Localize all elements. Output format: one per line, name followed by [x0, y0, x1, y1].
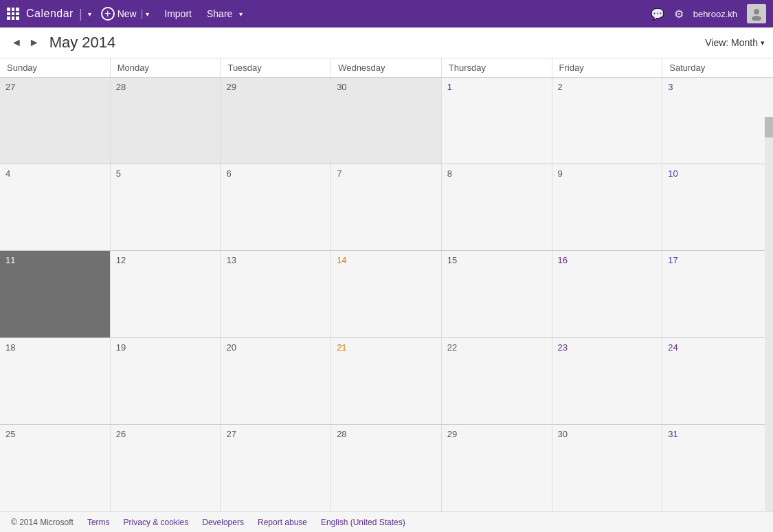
day-number: 2	[558, 82, 563, 92]
week-row-5: 25262728293031	[0, 425, 773, 511]
day-cell-18[interactable]: 18	[0, 338, 111, 424]
new-dropdown-separator: |	[141, 8, 144, 19]
header-right: 💬 ⚙ behrooz.kh	[651, 4, 766, 23]
day-number: 16	[558, 255, 568, 265]
svg-point-1	[752, 16, 761, 21]
day-cell-19[interactable]: 19	[111, 338, 221, 424]
day-cell-9[interactable]: 9	[552, 164, 663, 250]
share-dropdown-arrow[interactable]: ▾	[239, 10, 243, 18]
week-row-3: 11121314151617	[0, 251, 773, 337]
header-monday: Monday	[111, 58, 221, 77]
copyright: © 2014 Microsoft	[11, 518, 74, 527]
scrollbar[interactable]	[765, 117, 773, 511]
day-number: 28	[337, 429, 346, 439]
day-number: 27	[5, 82, 15, 92]
day-number: 11	[5, 255, 15, 265]
day-number: 9	[558, 168, 563, 179]
app-dropdown-arrow[interactable]: ▾	[88, 10, 91, 18]
day-cell-15[interactable]: 15	[442, 251, 552, 337]
report-abuse-link[interactable]: Report abuse	[258, 518, 307, 527]
day-number: 26	[116, 429, 126, 439]
share-button[interactable]: Share	[201, 5, 238, 22]
day-cell-7[interactable]: 7	[331, 164, 442, 250]
prev-month-button[interactable]: ◄	[8, 35, 25, 50]
day-number: 27	[226, 429, 236, 439]
day-cell-10[interactable]: 10	[662, 164, 773, 250]
header-thursday: Thursday	[442, 58, 552, 77]
day-cell-29[interactable]: 29	[442, 425, 552, 511]
day-cell-27[interactable]: 27	[221, 425, 331, 511]
day-cell-31[interactable]: 31	[662, 425, 773, 511]
day-cell-2[interactable]: 2	[552, 78, 663, 164]
day-number: 30	[558, 429, 568, 439]
day-cell-28[interactable]: 28	[331, 425, 442, 511]
day-cell-4[interactable]: 4	[0, 164, 111, 250]
new-dropdown-arrow[interactable]: ▾	[146, 10, 149, 18]
new-button[interactable]: + New | ▾	[96, 4, 155, 23]
app-header: Calendar | ▾ + New | ▾ Import Share ▾ 💬 …	[0, 0, 773, 27]
day-cell-20[interactable]: 20	[221, 338, 331, 424]
new-label: New	[117, 8, 137, 19]
day-cell-22[interactable]: 22	[442, 338, 552, 424]
day-cell-25[interactable]: 25	[0, 425, 111, 511]
day-number: 18	[5, 342, 15, 353]
day-cell-13[interactable]: 13	[221, 251, 331, 337]
scrollbar-thumb[interactable]	[765, 117, 773, 137]
day-cell-1[interactable]: 1	[442, 78, 552, 164]
day-number: 7	[337, 168, 341, 179]
day-cell-3[interactable]: 3	[662, 78, 773, 164]
app-title: Calendar	[26, 8, 74, 20]
day-number: 10	[668, 168, 677, 179]
day-number: 12	[116, 255, 126, 265]
week-row-4: 18192021222324	[0, 338, 773, 425]
day-number: 4	[5, 168, 10, 179]
day-number: 24	[668, 342, 677, 353]
message-icon[interactable]: 💬	[651, 8, 664, 21]
day-number: 15	[447, 255, 457, 265]
nav-arrows: ◄ ►	[8, 35, 43, 50]
day-cell-8[interactable]: 8	[442, 164, 552, 250]
day-cell-5[interactable]: 5	[111, 164, 221, 250]
day-cell-30[interactable]: 30	[331, 78, 442, 164]
day-cell-6[interactable]: 6	[221, 164, 331, 250]
day-number: 25	[5, 429, 15, 439]
day-number: 1	[447, 82, 452, 92]
month-title: May 2014	[49, 34, 116, 52]
avatar[interactable]	[747, 4, 766, 23]
import-button[interactable]: Import	[159, 5, 197, 22]
day-number: 29	[226, 82, 236, 92]
day-number: 17	[668, 255, 677, 265]
day-number: 19	[116, 342, 126, 353]
day-cell-27[interactable]: 27	[0, 78, 111, 164]
terms-link[interactable]: Terms	[87, 518, 110, 527]
share-container: Share ▾	[201, 5, 243, 22]
day-cell-11[interactable]: 11	[0, 251, 111, 337]
weeks-container: 2728293012345678910111213141516171819202…	[0, 78, 773, 511]
developers-link[interactable]: Developers	[202, 518, 244, 527]
calendar-grid: Sunday Monday Tuesday Wednesday Thursday…	[0, 58, 773, 511]
view-selector[interactable]: View: Month ▾	[705, 37, 765, 48]
day-cell-23[interactable]: 23	[552, 338, 663, 424]
header-friday: Friday	[552, 58, 663, 77]
day-number: 30	[337, 82, 346, 92]
day-cell-16[interactable]: 16	[552, 251, 663, 337]
day-cell-21[interactable]: 21	[331, 338, 442, 424]
next-month-button[interactable]: ►	[26, 35, 43, 50]
header-tuesday: Tuesday	[221, 58, 331, 77]
header-sunday: Sunday	[0, 58, 111, 77]
new-circle-icon: +	[101, 7, 115, 21]
day-cell-17[interactable]: 17	[662, 251, 773, 337]
settings-icon[interactable]: ⚙	[674, 8, 684, 21]
day-cell-14[interactable]: 14	[331, 251, 442, 337]
privacy-link[interactable]: Privacy & cookies	[124, 518, 189, 527]
day-number: 14	[337, 255, 346, 265]
day-cell-12[interactable]: 12	[111, 251, 221, 337]
day-cell-28[interactable]: 28	[111, 78, 221, 164]
day-cell-29[interactable]: 29	[221, 78, 331, 164]
day-number: 29	[447, 429, 457, 439]
language-link[interactable]: English (United States)	[321, 518, 405, 527]
title-divider: |	[79, 7, 82, 21]
day-cell-24[interactable]: 24	[662, 338, 773, 424]
day-cell-30[interactable]: 30	[552, 425, 663, 511]
day-cell-26[interactable]: 26	[111, 425, 221, 511]
